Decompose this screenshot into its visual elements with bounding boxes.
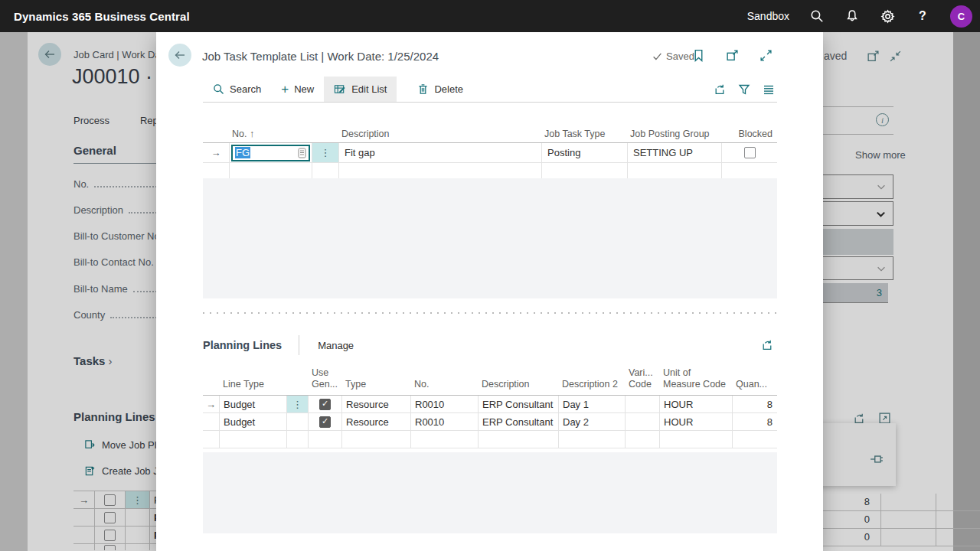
plus-icon: +	[281, 83, 289, 96]
use-gen-cell[interactable]	[309, 396, 342, 412]
column-header-unit-of-measure[interactable]: Unit ofMeasure Code	[660, 367, 733, 391]
type-cell[interactable]: Resource	[342, 396, 411, 412]
description-2-cell[interactable]: Day 2	[559, 413, 626, 430]
search-button[interactable]: Search	[203, 77, 271, 102]
new-button[interactable]: + New	[271, 77, 324, 102]
use-gen-cell[interactable]	[309, 413, 342, 430]
account-avatar[interactable]: C	[950, 5, 972, 28]
active-row-indicator: →	[203, 396, 220, 412]
column-header-description[interactable]: Description	[479, 379, 559, 391]
no-cell[interactable]: R0010	[411, 396, 479, 412]
job-task-type-cell[interactable]: Posting	[542, 143, 628, 162]
edit-list-icon	[334, 83, 346, 95]
quantity-cell[interactable]: 8	[733, 396, 777, 412]
blocked-checkbox[interactable]	[744, 147, 756, 158]
active-row-indicator: →	[203, 143, 230, 162]
column-header-description-2[interactable]: Description 2	[559, 379, 626, 391]
use-gen-checkbox[interactable]	[319, 399, 331, 410]
description-cell[interactable]: ERP Consultant	[479, 396, 559, 412]
manage-menu[interactable]: Manage	[318, 340, 354, 351]
table-filler-area	[203, 178, 777, 298]
environment-label[interactable]: Sandbox	[747, 10, 789, 22]
bookmark-icon[interactable]	[691, 48, 705, 62]
planning-row: Budget Resource R0010 ERP Consultant Day…	[203, 413, 777, 431]
help-icon[interactable]: ?	[915, 8, 930, 24]
blocked-cell[interactable]	[722, 143, 777, 162]
app-title[interactable]: Dynamics 365 Business Central	[14, 10, 190, 23]
column-header-no[interactable]: No.	[411, 379, 479, 391]
column-header-blocked[interactable]: Blocked	[722, 129, 777, 139]
table-header-row: No. ↑ Description Job Task Type Job Post…	[203, 122, 777, 142]
column-header-job-task-type[interactable]: Job Task Type	[542, 129, 628, 139]
row-ellipsis-icon[interactable]: ⋮	[312, 143, 339, 162]
top-app-bar: Dynamics 365 Business Central Sandbox ? …	[0, 0, 980, 32]
job-posting-group-cell[interactable]: SETTING UP	[628, 143, 722, 162]
no-cell[interactable]: FG	[230, 143, 312, 162]
planning-filler-area	[203, 452, 777, 533]
dialog-action-bar: Search + New Edit List Delete	[203, 77, 777, 103]
filter-icon[interactable]	[737, 83, 751, 96]
screen: Dynamics 365 Business Central Sandbox ? …	[0, 0, 980, 551]
row-ellipsis-icon[interactable]: ⋮	[287, 396, 309, 412]
planning-row: → Budget ⋮ Resource R0010 ERP Consultant…	[203, 396, 777, 413]
planning-share-icon[interactable]	[760, 337, 774, 351]
column-header-description[interactable]: Description	[339, 129, 542, 139]
quantity-cell[interactable]: 8	[733, 413, 777, 430]
open-in-window-icon[interactable]	[725, 48, 739, 62]
table-row: → FG ⋮ Fit gap Posting SETTING UP	[203, 143, 777, 163]
variant-code-cell[interactable]	[626, 396, 660, 412]
trash-icon	[417, 83, 429, 95]
use-gen-checkbox[interactable]	[319, 416, 331, 428]
planning-header-row: Line Type UseGen... Type No. Description…	[203, 364, 777, 395]
type-cell[interactable]: Resource	[342, 413, 411, 430]
description-cell[interactable]: ERP Consultant	[479, 413, 559, 430]
no-cell[interactable]: R0010	[411, 413, 479, 430]
share-icon[interactable]	[713, 83, 727, 96]
column-header-quantity[interactable]: Quan...	[733, 379, 777, 391]
planning-lines-table: Line Type UseGen... Type No. Description…	[203, 364, 777, 448]
check-icon	[652, 51, 662, 61]
column-header-type[interactable]: Type	[342, 379, 411, 391]
job-task-template-table: No. ↑ Description Job Task Type Job Post…	[203, 122, 777, 183]
save-status: Saved	[652, 51, 694, 62]
delete-button[interactable]: Delete	[407, 77, 473, 102]
part-separator	[203, 312, 777, 315]
column-header-job-posting-group[interactable]: Job Posting Group	[628, 129, 722, 139]
sort-ascending-icon: ↑	[250, 129, 254, 139]
column-header-no[interactable]: No. ↑	[230, 129, 312, 139]
no-input-focused[interactable]: FG	[231, 145, 310, 161]
settings-gear-icon[interactable]	[880, 8, 895, 24]
notifications-bell-icon[interactable]	[844, 8, 860, 24]
uom-cell[interactable]: HOUR	[660, 413, 733, 430]
list-options-icon[interactable]	[762, 83, 776, 96]
expand-fullscreen-icon[interactable]	[759, 48, 773, 62]
line-type-cell[interactable]: Budget	[220, 413, 287, 430]
search-icon	[213, 83, 224, 95]
planning-lines-title: Planning Lines	[203, 339, 282, 351]
column-header-line-type[interactable]: Line Type	[220, 379, 287, 391]
variant-code-cell[interactable]	[626, 413, 660, 430]
uom-cell[interactable]: HOUR	[660, 396, 733, 412]
column-header-variant-code[interactable]: Vari...Code	[626, 367, 660, 391]
column-header-use-gen[interactable]: UseGen...	[309, 367, 342, 391]
selected-text: FG	[235, 147, 250, 158]
job-task-template-dialog: Job Task Template List | Work Date: 1/25…	[156, 32, 823, 551]
search-icon[interactable]	[809, 8, 825, 24]
description-cell[interactable]: Fit gap	[339, 143, 542, 162]
dialog-back-button[interactable]	[168, 44, 191, 67]
line-type-cell[interactable]: Budget	[220, 396, 287, 412]
divider	[299, 335, 299, 355]
assist-edit-icon	[298, 148, 306, 158]
dialog-title: Job Task Template List | Work Date: 1/25…	[202, 50, 439, 63]
planning-row-empty[interactable]	[203, 431, 777, 448]
edit-list-button[interactable]: Edit List	[324, 77, 397, 102]
description-2-cell[interactable]: Day 1	[559, 396, 626, 412]
